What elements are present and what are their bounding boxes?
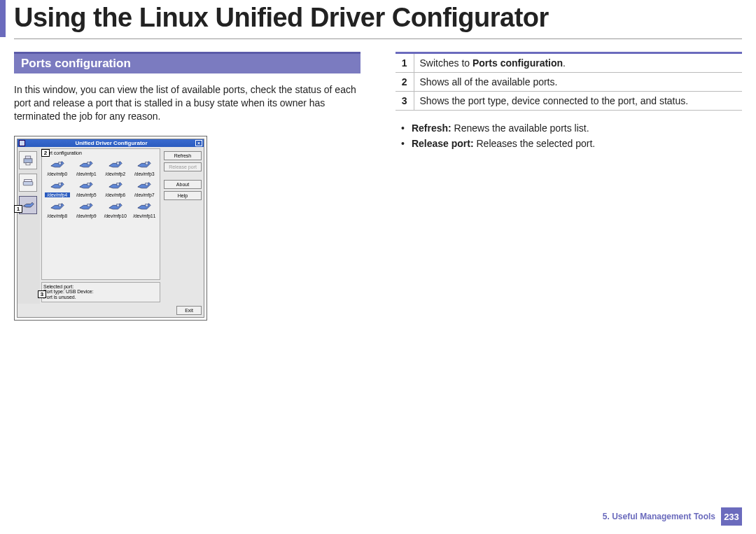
svg-rect-1	[25, 156, 31, 159]
usb-plug-icon	[78, 158, 94, 171]
footer-chapter: 5. Useful Management Tools	[603, 512, 715, 521]
selected-port-label: Selected port:	[43, 284, 158, 289]
usb-plug-icon	[108, 179, 123, 192]
about-button[interactable]: About	[164, 180, 202, 189]
usb-plug-icon	[108, 200, 123, 213]
port-item[interactable]: /dev/mfp2	[103, 158, 128, 176]
port-label: /dev/mfp4	[45, 192, 70, 197]
bullet-item: Refresh: Renews the available ports list…	[398, 120, 742, 136]
title-rule	[14, 38, 742, 39]
page-title-row: Using the Linux Unified Driver Configura…	[0, 0, 756, 37]
legend-num: 3	[396, 92, 414, 111]
bullet-list: Refresh: Renews the available ports list…	[398, 120, 742, 152]
system-menu-icon[interactable]	[19, 140, 25, 146]
window-main: Port configuration /dev/mfp0/dev/mfp1/de…	[40, 147, 162, 304]
legend-row: 3Shows the port type, device connected t…	[396, 92, 742, 111]
port-item[interactable]: /dev/mfp8	[45, 200, 70, 218]
bullet-item: Release port: Releases the selected port…	[398, 136, 742, 151]
port-item[interactable]: /dev/mfp11	[132, 200, 158, 218]
usb-plug-icon	[136, 179, 152, 192]
ports-panel: Port configuration /dev/mfp0/dev/mfp1/de…	[41, 148, 160, 280]
scanners-tab-icon[interactable]	[19, 174, 37, 192]
port-label: /dev/mfp6	[103, 192, 128, 197]
svg-rect-11	[117, 183, 120, 185]
usb-plug-icon	[50, 179, 65, 192]
ports-grid: /dev/mfp0/dev/mfp1/dev/mfp2/dev/mfp3/dev…	[43, 157, 158, 220]
callout-1: 1	[14, 205, 22, 213]
right-column: 1Switches to Ports configuration.2Shows …	[396, 52, 742, 321]
svg-rect-9	[59, 183, 62, 185]
port-item[interactable]: /dev/mfp4	[45, 179, 70, 197]
port-item[interactable]: /dev/mfp0	[45, 158, 70, 176]
legend-table: 1Switches to Ports configuration.2Shows …	[396, 52, 742, 111]
svg-rect-16	[146, 204, 148, 206]
svg-rect-7	[117, 162, 120, 164]
window-title: Unified Driver Configurator	[27, 140, 195, 146]
close-icon[interactable]: ×	[195, 140, 202, 146]
selected-port-line2: Port is unused.	[43, 295, 158, 300]
ports-panel-label: Port configuration	[43, 150, 158, 155]
legend-row: 2Shows all of the available ports.	[396, 73, 742, 92]
usb-plug-icon	[50, 158, 65, 171]
usb-plug-icon	[108, 158, 123, 171]
screenshot-frame: Unified Driver Configurator ×	[14, 136, 207, 321]
title-accent	[0, 0, 6, 37]
usb-plug-icon	[136, 158, 152, 171]
legend-num: 1	[396, 53, 414, 73]
window-buttons: Refresh Release port About Help	[162, 147, 204, 304]
legend-text: Switches to Ports configuration.	[414, 53, 742, 73]
port-label: /dev/mfp9	[74, 213, 99, 218]
svg-rect-13	[59, 204, 62, 206]
svg-rect-14	[88, 204, 90, 206]
window-footer: Exit	[18, 304, 204, 317]
usb-plug-icon	[78, 179, 94, 192]
svg-rect-10	[88, 183, 90, 185]
legend-text: Shows the port type, device connected to…	[414, 92, 742, 111]
svg-rect-6	[88, 162, 90, 164]
printers-tab-icon[interactable]	[19, 151, 37, 169]
port-item[interactable]: /dev/mfp1	[74, 158, 99, 176]
usb-plug-icon	[78, 200, 94, 213]
section-body: In this window, you can view the list of…	[14, 83, 360, 123]
window-sidebar	[18, 147, 40, 304]
port-item[interactable]: /dev/mfp9	[74, 200, 99, 218]
spacer	[164, 174, 202, 178]
port-label: /dev/mfp2	[103, 171, 128, 176]
window-body: Port configuration /dev/mfp0/dev/mfp1/de…	[18, 147, 204, 304]
window-titlebar: Unified Driver Configurator ×	[18, 139, 204, 147]
port-label: /dev/mfp3	[132, 171, 158, 176]
svg-rect-4	[24, 179, 32, 181]
legend-num: 2	[396, 73, 414, 92]
svg-rect-2	[26, 162, 30, 164]
port-label: /dev/mfp5	[74, 192, 99, 197]
port-item[interactable]: /dev/mfp6	[103, 179, 128, 197]
port-item[interactable]: /dev/mfp5	[74, 179, 99, 197]
page-title: Using the Linux Unified Driver Configura…	[14, 0, 549, 37]
selected-port-panel: Selected port: Port type: USB Device: Po…	[41, 282, 160, 303]
content-columns: Ports configuration In this window, you …	[0, 52, 756, 321]
release-port-button[interactable]: Release port	[164, 162, 202, 171]
page-number: 233	[721, 507, 742, 526]
legend-text: Shows all of the available ports.	[414, 73, 742, 92]
port-label: /dev/mfp11	[132, 213, 158, 218]
help-button[interactable]: Help	[164, 191, 202, 200]
usb-plug-icon	[136, 200, 152, 213]
port-item[interactable]: /dev/mfp10	[103, 200, 128, 218]
port-label: /dev/mfp8	[45, 213, 70, 218]
callout-3: 3	[38, 290, 46, 298]
refresh-button[interactable]: Refresh	[164, 151, 202, 160]
port-label: /dev/mfp10	[103, 213, 128, 218]
port-label: /dev/mfp0	[45, 171, 70, 176]
svg-rect-12	[146, 183, 148, 185]
svg-rect-3	[23, 181, 33, 185]
page-footer: 5. Useful Management Tools 233	[603, 507, 742, 526]
svg-rect-8	[146, 162, 148, 164]
left-column: Ports configuration In this window, you …	[14, 52, 360, 321]
svg-rect-5	[59, 162, 62, 164]
port-item[interactable]: /dev/mfp7	[132, 179, 158, 197]
port-label: /dev/mfp1	[74, 171, 99, 176]
port-item[interactable]: /dev/mfp3	[132, 158, 158, 176]
usb-plug-icon	[50, 200, 65, 213]
exit-button[interactable]: Exit	[176, 306, 202, 315]
config-window: Unified Driver Configurator ×	[17, 139, 204, 318]
